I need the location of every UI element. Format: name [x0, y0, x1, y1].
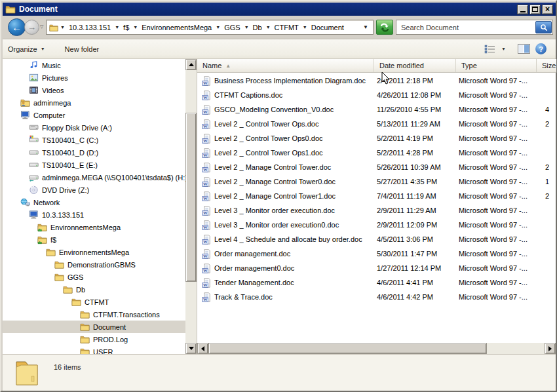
tree-item-ctfmt-transactions[interactable]: CTFMT.Transactions	[3, 308, 185, 321]
breadcrumb-item-environnementsmega[interactable]: EnvironnementsMega	[140, 22, 214, 33]
file-row-level-2-manage-control-tower1-doc[interactable]: WLevel 2 _ Manage Control Tower1.doc7/4/…	[197, 189, 556, 204]
breadcrumb-item-db[interactable]: Db	[251, 22, 264, 33]
breadcrumb-item-f[interactable]: f$	[121, 22, 131, 33]
recent-pages-chevron-icon[interactable]: ▽	[40, 24, 43, 29]
search-box[interactable]: Search Document	[396, 20, 553, 35]
tree-item-adminmega-mega-sq100401-tsdata-h[interactable]: adminmega.MEGA (\\SQ100401\tsdata$) (H:)	[3, 171, 185, 184]
tree-vertical-scrollbar[interactable]	[185, 59, 197, 354]
tree-item-db[interactable]: Db	[3, 283, 185, 296]
tree-item-demonstrationgbms[interactable]: DemonstrationGBMS	[3, 258, 185, 271]
address-dropdown-icon[interactable]: ▼	[358, 24, 373, 30]
file-row-gsco-modeling-convention-v0-doc[interactable]: WGSCO_Modeling Convention_V0.doc11/26/20…	[197, 103, 556, 117]
refresh-button[interactable]	[376, 20, 393, 35]
file-row-order-management-doc[interactable]: WOrder management.doc5/30/2011 1:47 PMMi…	[197, 247, 556, 262]
file-row-business-process-implementation-diagram-doc[interactable]: WBusiness Process Implementation Diagram…	[197, 74, 556, 88]
breadcrumb-item-ctfmt[interactable]: CTFMT	[273, 22, 301, 33]
views-dropdown-icon[interactable]: ▼	[501, 47, 506, 51]
breadcrumb-item-document[interactable]: Document	[309, 22, 346, 33]
file-row-level-2-control-tower-ops0-doc[interactable]: WLevel 2 _ Control Tower Ops0.doc5/2/201…	[197, 132, 556, 146]
back-button[interactable]: ←	[8, 18, 26, 36]
tree-item-adminmega[interactable]: adminmega	[3, 96, 185, 109]
file-row-ctfmt-captions-doc[interactable]: WCTFMT Captions.doc4/26/2011 12:08 PMMic…	[197, 88, 556, 103]
tree-item-music[interactable]: Music	[3, 59, 185, 71]
tree-item-environnementsmega[interactable]: EnvironnementsMega	[3, 221, 185, 233]
file-row-level-2-control-tower-ops-doc[interactable]: WLevel 2 _ Control Tower Ops.doc5/13/201…	[197, 117, 556, 132]
tree-item-ggs[interactable]: GGS	[3, 271, 185, 283]
close-button[interactable]: ×	[542, 5, 553, 14]
file-date-modified: 5/27/2011 4:35 PM	[377, 178, 457, 186]
preview-pane-button[interactable]	[518, 44, 530, 54]
scroll-left-button[interactable]	[197, 343, 208, 354]
command-toolbar: Organize ▼ New folder ▼ ?	[3, 39, 556, 59]
tree-item-ts100401-c-c[interactable]: TS100401_C (C:)	[3, 134, 185, 146]
tree-item-10-3-133-151[interactable]: 10.3.133.151	[3, 208, 185, 221]
word-document-icon: W	[202, 264, 212, 273]
tree-item-ts100401-d-d[interactable]: TS100401_D (D:)	[3, 146, 185, 159]
column-header-type[interactable]: Type	[456, 59, 537, 72]
tree-item-videos[interactable]: Videos	[3, 84, 185, 96]
views-button[interactable]	[484, 45, 496, 54]
tree-item-user[interactable]: USER	[3, 345, 185, 354]
file-list: WBusiness Process Implementation Diagram…	[197, 74, 556, 343]
tree-scrollbar-thumb[interactable]	[185, 113, 197, 282]
help-button[interactable]: ?	[535, 43, 547, 54]
file-row-track-trace-doc[interactable]: WTrack & Trace.doc4/6/2011 4:42 PMMicros…	[197, 290, 556, 305]
tree-item-document[interactable]: Document	[3, 321, 185, 333]
file-row-level-4-schedule-and-allocate-buy-order-doc[interactable]: WLevel 4 _ Schedule and allocate buy ord…	[197, 233, 556, 247]
breadcrumb-item-ggs[interactable]: GGS	[222, 22, 242, 33]
breadcrumb-item-10-3-133-151[interactable]: 10.3.133.151	[67, 22, 113, 33]
file-row-level-3-monitor-order-execution-doc[interactable]: WLevel 3 _ Monitor order execution.doc2/…	[197, 204, 556, 218]
tree-item-ts100401-e-e[interactable]: TS100401_E (E:)	[3, 159, 185, 171]
tree-item-ctfmt[interactable]: CTFMT	[3, 296, 185, 308]
file-pane-horizontal-scrollbar[interactable]	[197, 343, 556, 354]
floppy-drive-icon	[29, 123, 39, 132]
file-row-level-2-control-tower-ops1-doc[interactable]: WLevel 2 _ Control Tower Ops1.doc5/2/201…	[197, 146, 556, 161]
hscrollbar-thumb[interactable]	[208, 343, 487, 354]
tree-item-f[interactable]: f$	[3, 233, 185, 246]
scroll-up-button[interactable]	[185, 59, 197, 70]
file-row-level-2-manage-control-tower0-doc[interactable]: WLevel 2 _ Manage Control Tower0.doc5/27…	[197, 175, 556, 189]
search-button[interactable]	[535, 21, 552, 33]
breadcrumb-separator-icon[interactable]: ▼	[264, 25, 273, 29]
maximize-button[interactable]	[529, 5, 541, 14]
file-row-tender-management-doc[interactable]: WTender Management.doc4/6/2011 4:41 PMMi…	[197, 276, 556, 290]
file-row-level-3-monitor-order-execution0-doc[interactable]: WLevel 3 _ Monitor order execution0.doc2…	[197, 218, 556, 233]
tree-item-pictures[interactable]: Pictures	[3, 71, 185, 84]
new-folder-button[interactable]: New folder	[60, 42, 105, 56]
file-row-order-management0-doc[interactable]: WOrder management0.doc1/27/2011 12:14 PM…	[197, 262, 556, 276]
breadcrumb-separator-icon[interactable]: ▼	[242, 25, 251, 29]
file-name: GSCO_Modeling Convention_V0.doc	[214, 106, 375, 113]
breadcrumb-separator-icon[interactable]: ▼	[301, 25, 309, 29]
tree-item-prod-log[interactable]: PROD.Log	[3, 333, 185, 345]
breadcrumb-separator-icon[interactable]: ▼	[214, 25, 222, 29]
breadcrumb-separator-icon[interactable]: ▼	[113, 25, 121, 29]
file-name: Order management0.doc	[214, 264, 375, 272]
folder-icon	[54, 260, 64, 269]
close-icon: ×	[545, 6, 550, 12]
folder-icon	[80, 322, 90, 332]
column-header-label: Type	[461, 62, 477, 69]
tree-item-computer[interactable]: Computer	[3, 109, 185, 121]
tree-item-dvd-drive-z[interactable]: DVD Drive (Z:)	[3, 184, 185, 196]
scroll-right-button[interactable]	[545, 343, 556, 354]
column-header-name[interactable]: Name▲	[197, 59, 374, 72]
folder-icon	[63, 284, 73, 294]
organize-button[interactable]: Organize ▼	[3, 42, 50, 56]
file-size: 1	[525, 178, 552, 186]
file-row-level-2-manage-control-tower-doc[interactable]: WLevel 2 _ Manage Control Tower.doc5/26/…	[197, 161, 556, 175]
scroll-down-button[interactable]	[185, 343, 197, 354]
file-name: Level 2 _ Manage Control Tower1.doc	[214, 192, 375, 200]
column-header-size[interactable]: Size	[537, 59, 556, 72]
address-bar[interactable]: ▼10.3.133.151▼f$▼EnvironnementsMega▼GGS▼…	[46, 20, 374, 35]
column-header-date-modified[interactable]: Date modified	[374, 59, 456, 72]
svg-text:W: W	[203, 268, 208, 273]
title-bar: Document ×	[3, 3, 556, 16]
minimize-button[interactable]	[517, 5, 528, 14]
forward-button[interactable]: →	[24, 20, 39, 35]
tree-item-network[interactable]: Network	[3, 196, 185, 208]
breadcrumb-separator-icon[interactable]: ▼	[58, 25, 67, 29]
file-date-modified: 2/4/2011 2:18 PM	[377, 77, 457, 85]
tree-item-floppy-disk-drive-a[interactable]: Floppy Disk Drive (A:)	[3, 121, 185, 134]
breadcrumb-separator-icon[interactable]: ▼	[131, 25, 140, 29]
tree-item-environnementsmega[interactable]: EnvironnementsMega	[3, 246, 185, 258]
